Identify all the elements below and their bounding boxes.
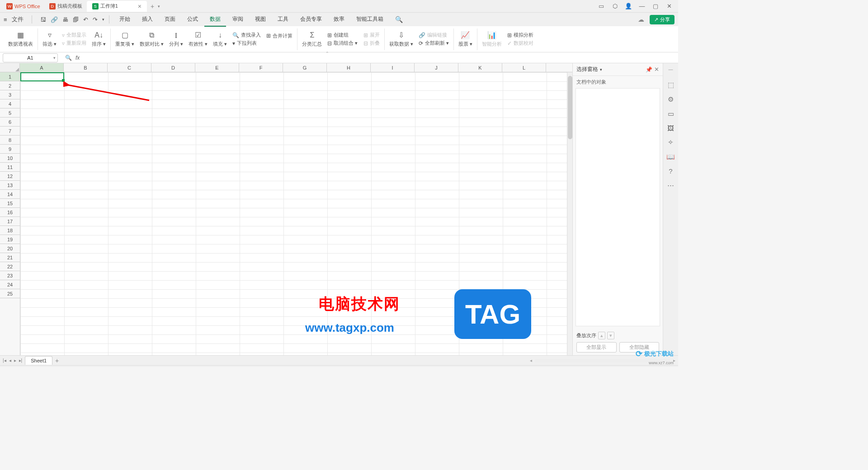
menu-tab-1[interactable]: 插入: [137, 13, 158, 27]
minimize-button[interactable]: —: [638, 3, 646, 10]
zoom-formula-icon[interactable]: 🔍: [65, 55, 72, 61]
compare-button[interactable]: ⧉数据对比 ▾: [140, 31, 164, 47]
collapse-button[interactable]: ⊟折叠: [363, 40, 380, 47]
cube-icon[interactable]: ⬡: [611, 3, 618, 10]
dataval-button[interactable]: ✓数据校对: [507, 40, 533, 47]
ungroup-button[interactable]: ⊟取消组合 ▾: [327, 40, 358, 47]
row-header-12[interactable]: 12: [0, 172, 20, 181]
dropdown-button[interactable]: ▾下拉列表: [232, 40, 261, 47]
avatar-icon[interactable]: 👤: [625, 3, 632, 10]
panel-close-icon[interactable]: ✕: [654, 66, 659, 73]
expand-button[interactable]: ⊞展开: [363, 32, 380, 38]
menu-tab-2[interactable]: 页面: [159, 13, 181, 27]
add-sheet-button[interactable]: +: [55, 357, 59, 364]
settings-icon[interactable]: ⚙: [668, 95, 674, 103]
maximize-button[interactable]: ▢: [652, 3, 659, 10]
preview-icon[interactable]: 🗐: [73, 16, 79, 23]
editlink-button[interactable]: 🔗编辑链接: [419, 32, 449, 38]
panel-dropdown-icon[interactable]: ▾: [600, 67, 602, 72]
save-icon[interactable]: 🖫: [40, 16, 46, 23]
active-cell[interactable]: [20, 72, 64, 81]
row-header-1[interactable]: 1: [0, 72, 20, 81]
select-tool-icon[interactable]: ⬚: [668, 81, 674, 89]
screenshot-icon[interactable]: ▭: [598, 3, 605, 10]
row-header-21[interactable]: 21: [0, 253, 20, 262]
sheet-nav-last[interactable]: ▸|: [19, 358, 23, 363]
fill-handle[interactable]: [62, 79, 65, 82]
move-down-button[interactable]: ▾: [607, 332, 614, 339]
share-button[interactable]: ↗ 分享: [650, 15, 675, 24]
menu-tab-9[interactable]: 效率: [328, 13, 350, 27]
menu-tab-7[interactable]: 工具: [272, 13, 294, 27]
row-header-5[interactable]: 5: [0, 108, 20, 118]
tools-icon[interactable]: ✧: [668, 138, 674, 146]
row-header-7[interactable]: 7: [0, 127, 20, 136]
app-tab-template[interactable]: D 找稿壳模板: [45, 1, 87, 12]
formula-input[interactable]: [80, 53, 678, 62]
row-header-16[interactable]: 16: [0, 208, 20, 217]
menu-tab-6[interactable]: 视图: [250, 13, 271, 27]
row-header-11[interactable]: 11: [0, 163, 20, 172]
show-all-objects-button[interactable]: 全部显示: [576, 342, 617, 352]
row-header-17[interactable]: 17: [0, 217, 20, 226]
smart-button[interactable]: 📊智能分析: [482, 31, 502, 47]
column-header-L[interactable]: L: [502, 63, 546, 72]
view-normal-button[interactable]: ▦: [568, 367, 576, 367]
app-tab-wps[interactable]: W WPS Office: [2, 1, 45, 12]
view-page-button[interactable]: ▯: [580, 367, 588, 367]
ribbon-collapse-caret[interactable]: ⌃: [326, 51, 329, 56]
menu-icon[interactable]: ≡: [4, 16, 7, 23]
sheet-tab[interactable]: Sheet1: [25, 356, 52, 365]
row-header-10[interactable]: 10: [0, 154, 20, 163]
new-tab-button[interactable]: +: [147, 3, 158, 10]
row-header-2[interactable]: 2: [0, 81, 20, 90]
app-tab-document[interactable]: S 工作簿1 ×: [87, 1, 147, 12]
findrec-button[interactable]: 🔍查找录入: [232, 32, 261, 38]
refreshall-button[interactable]: ⟳全部刷新 ▾: [419, 40, 449, 47]
merge-button[interactable]: ⊞合并计算: [266, 33, 292, 39]
reapply-button[interactable]: ▿重新应用: [62, 40, 86, 47]
menu-tab-3[interactable]: 公式: [182, 13, 203, 27]
undo-icon[interactable]: ↶: [83, 16, 88, 23]
print-icon[interactable]: 🖶: [62, 16, 68, 23]
select-all-button[interactable]: [0, 63, 20, 72]
link-icon[interactable]: 🔗: [51, 16, 58, 23]
move-up-button[interactable]: ▴: [598, 332, 605, 339]
row-header-19[interactable]: 19: [0, 235, 20, 244]
pin-icon[interactable]: 📌: [646, 66, 652, 73]
row-header-3[interactable]: 3: [0, 90, 20, 99]
menu-tab-8[interactable]: 会员专享: [295, 13, 327, 27]
column-header-G[interactable]: G: [283, 63, 327, 72]
column-header-F[interactable]: F: [239, 63, 283, 72]
row-header-23[interactable]: 23: [0, 271, 20, 280]
row-header-25[interactable]: 25: [0, 289, 20, 298]
row-header-9[interactable]: 9: [0, 145, 20, 154]
validity-button[interactable]: ☑有效性 ▾: [189, 31, 208, 47]
column-header-H[interactable]: H: [327, 63, 371, 72]
whatif-button[interactable]: ⊞模拟分析: [507, 32, 533, 38]
search-icon[interactable]: 🔍: [395, 16, 403, 23]
row-header-6[interactable]: 6: [0, 118, 20, 127]
menu-tab-4[interactable]: 数据: [204, 13, 226, 27]
sidebar-collapse-icon[interactable]: —: [669, 67, 673, 72]
picture-icon[interactable]: 🖼: [667, 124, 674, 132]
help-icon[interactable]: ?: [669, 167, 672, 175]
row-header-18[interactable]: 18: [0, 226, 20, 235]
column-header-A[interactable]: A: [20, 63, 64, 72]
sheet-nav-next[interactable]: ▸: [14, 358, 16, 363]
fill-button[interactable]: ↓填充 ▾: [213, 31, 227, 47]
subtotal-button[interactable]: Σ分类汇总: [302, 31, 322, 47]
cloud-icon[interactable]: ☁: [638, 16, 644, 23]
more-icon[interactable]: ⋯: [667, 181, 674, 189]
column-header-B[interactable]: B: [64, 63, 108, 72]
file-menu[interactable]: 文件: [12, 15, 24, 24]
qat-dropdown[interactable]: ▾: [102, 17, 104, 22]
fx-icon[interactable]: fx: [75, 55, 80, 61]
column-header-J[interactable]: J: [415, 63, 458, 72]
new-tab-dropdown[interactable]: ▾: [158, 4, 160, 9]
redo-icon[interactable]: ↷: [93, 16, 98, 23]
sheet-nav-first[interactable]: |◂: [3, 358, 6, 363]
filter-button[interactable]: ▿筛选 ▾: [42, 31, 57, 47]
getdata-button[interactable]: ⇩获取数据 ▾: [389, 31, 413, 47]
column-header-E[interactable]: E: [195, 63, 239, 72]
